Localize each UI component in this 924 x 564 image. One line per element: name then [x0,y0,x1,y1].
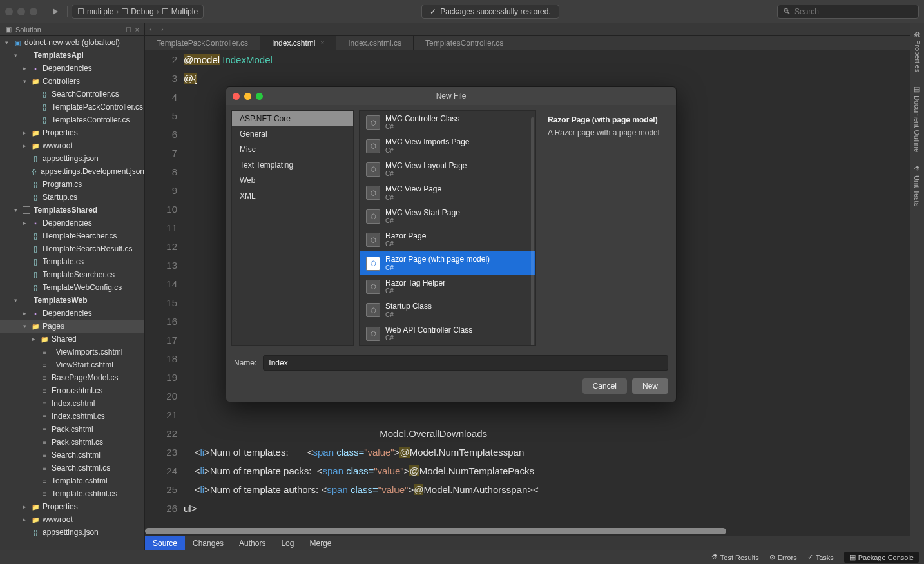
horizontal-scrollbar[interactable] [145,527,910,536]
dialog-close-icon[interactable] [233,93,240,100]
template-item[interactable]: ⬡MVC Controller ClassC# [360,111,535,134]
tree-item[interactable]: ▸▪Dependencies [0,307,144,320]
file-icon: ≡ [40,438,49,447]
errors[interactable]: ⊘Errors [769,553,797,561]
tree-item[interactable]: ≡_ViewImports.cshtml [0,345,144,358]
tree-item[interactable]: ▾📁Controllers [0,75,144,88]
tree-item[interactable]: ▸📁Properties [0,500,144,513]
tab-index[interactable]: Index.cshtml× [260,36,336,50]
template-item[interactable]: ⬡Razor Tag HelperC# [360,275,535,298]
template-item[interactable]: ⬡MVC View PageC# [360,181,535,204]
authors-tab[interactable]: Authors [231,536,273,550]
tree-item[interactable]: ≡Search.cshtml.cs [0,462,144,474]
tree-item[interactable]: {}Template.cs [0,255,144,268]
template-item[interactable]: ⬡Razor Page (with page model)C# [360,251,535,275]
dialog-minimize-icon[interactable] [244,93,251,100]
file-icon [22,51,31,60]
tree-item[interactable]: {}SearchController.cs [0,88,144,101]
solution-tree[interactable]: ▾▣dotnet-new-web (globaltool)▾TemplatesA… [0,36,144,550]
changes-tab[interactable]: Changes [185,536,231,550]
tree-item[interactable]: {}TemplateWebConfig.cs [0,281,144,294]
source-tab[interactable]: Source [145,536,185,550]
tree-item[interactable]: ▸▪Dependencies [0,217,144,229]
name-input[interactable] [263,355,668,371]
tab-templatepack[interactable]: TemplatePackController.cs [145,36,260,50]
minimize-icon[interactable] [17,8,25,15]
template-list[interactable]: ⬡MVC Controller ClassC#⬡MVC View Imports… [359,110,536,346]
tree-item[interactable]: {}ITemplateSearchResult.cs [0,242,144,255]
global-search[interactable]: 🔍︎ [777,5,919,19]
tree-item[interactable]: ▸📁wwwroot [0,139,144,152]
tree-item[interactable]: {}appsettings.Development.json [0,165,144,178]
category-item[interactable]: Text Templating [232,157,353,173]
template-item[interactable]: ⬡Startup ClassC# [360,298,535,322]
tab-close-icon[interactable]: × [320,39,324,46]
merge-tab[interactable]: Merge [302,536,339,550]
pin-icon[interactable]: ◻ [126,25,131,34]
dialog-zoom-icon[interactable] [256,93,263,100]
tree-item[interactable]: {}Startup.cs [0,191,144,204]
tree-item[interactable]: ▾TemplatesApi [0,49,144,62]
run-config-selector[interactable]: ☐ mulitple › ☐ Debug › ☐ Multiple [72,5,204,19]
zoom-icon[interactable] [30,8,37,15]
unit-tests-pad[interactable]: ⚗ Unit Tests [913,162,921,209]
log-tab[interactable]: Log [273,536,302,550]
close-icon[interactable] [5,8,13,15]
tree-item[interactable]: ≡Pack.cshtml.cs [0,436,144,449]
category-list[interactable]: ASP.NET CoreGeneralMiscText TemplatingWe… [231,110,354,346]
category-item[interactable]: Misc [232,142,353,157]
tree-item[interactable]: {}TemplateSearcher.cs [0,268,144,281]
search-input[interactable] [794,7,913,16]
tree-item[interactable]: {}ITemplateSearcher.cs [0,229,144,242]
template-item[interactable]: ⬡MVC View Start PageC# [360,205,535,228]
category-item[interactable]: Web [232,173,353,188]
tree-item[interactable]: ▸▪Dependencies [0,62,144,75]
template-item[interactable]: ⬡Web API Controller ClassC# [360,322,535,345]
nav-fwd-icon[interactable]: › [157,26,168,33]
properties-pad[interactable]: 🛠 Properties [914,28,921,75]
template-icon: ⬡ [366,209,380,224]
tree-item[interactable]: {}TemplatePackController.cs [0,101,144,113]
category-item[interactable]: General [232,126,353,142]
nav-back-icon[interactable]: ‹ [145,26,157,33]
tree-item[interactable]: ≡Index.cshtml [0,397,144,410]
tree-item[interactable]: ≡Template.cshtml.cs [0,487,144,500]
template-item[interactable]: ⬡MVC View Layout PageC# [360,158,535,181]
tasks[interactable]: ✓Tasks [807,553,834,561]
close-panel-icon[interactable]: × [135,26,139,34]
tree-item[interactable]: ▾▣dotnet-new-web (globaltool) [0,36,144,49]
tree-item[interactable]: {}Program.cs [0,178,144,191]
tree-item[interactable]: ≡Error.cshtml.cs [0,384,144,397]
tree-item[interactable]: ≡_ViewStart.cshtml [0,358,144,371]
tree-item[interactable]: ≡Search.cshtml [0,449,144,462]
package-console[interactable]: ▦Package Console [844,552,919,563]
tree-item[interactable]: ▾📁Pages [0,320,144,333]
cancel-button[interactable]: Cancel [582,378,627,394]
template-item[interactable]: ⬡MVC View Imports PageC# [360,134,535,157]
new-button[interactable]: New [632,378,668,394]
template-icon: ⬡ [366,233,380,247]
tree-item[interactable]: {}TemplatesController.cs [0,113,144,126]
tree-item[interactable]: ▸📁Shared [0,333,144,345]
tree-item[interactable]: ▸📁wwwroot [0,513,144,526]
tab-index-cs[interactable]: Index.cshtml.cs [336,36,414,50]
run-config-label: mulitple [87,7,113,16]
tree-item[interactable]: ≡Template.cshtml [0,474,144,487]
test-results[interactable]: ⚗Test Results [711,553,759,561]
tree-item[interactable]: ≡Index.cshtml.cs [0,410,144,423]
tree-item[interactable]: ▸📁Properties [0,126,144,139]
tree-item[interactable]: ≡BasePageModel.cs [0,371,144,384]
outline-pad[interactable]: ▤ Document Outline [913,83,921,155]
tree-item[interactable]: ≡Pack.cshtml [0,423,144,436]
tree-item[interactable]: ▾TemplatesWeb [0,294,144,307]
scrollbar[interactable] [531,117,534,346]
tab-templates[interactable]: TemplatesController.cs [414,36,515,50]
category-item[interactable]: XML [232,188,353,204]
tree-item[interactable]: ▾TemplatesShared [0,204,144,217]
template-item[interactable]: ⬡Razor PageC# [360,228,535,251]
run-button[interactable] [48,4,63,19]
tree-item[interactable]: {}appsettings.json [0,526,144,539]
tree-label: Shared [52,335,77,344]
category-item[interactable]: ASP.NET Core [232,111,353,126]
tree-item[interactable]: {}appsettings.json [0,152,144,165]
